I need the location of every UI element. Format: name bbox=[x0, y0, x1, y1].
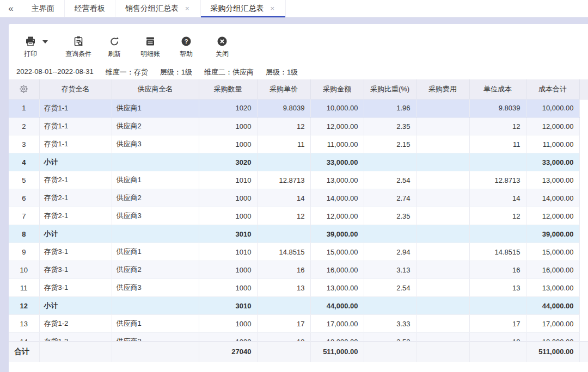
toolbar: 打印 查询条件 刷新 bbox=[9, 24, 588, 60]
subtotal-row[interactable]: 12小计301044,000.0044,000.00 bbox=[9, 297, 588, 315]
table-row[interactable]: 2存货1-1供应商210001212,000.002.351212,000.00 bbox=[9, 117, 588, 135]
cell: 14,000.00 bbox=[310, 189, 364, 207]
table-row[interactable]: 9存货3-1供应商1101014.851515,000.002.9414.851… bbox=[9, 243, 588, 261]
cell: 3010 bbox=[199, 297, 257, 315]
row-spacer bbox=[579, 225, 588, 243]
help-button[interactable]: ? 帮助 bbox=[172, 35, 200, 59]
row-spacer bbox=[579, 297, 588, 315]
tab-sales-group-summary[interactable]: 销售分组汇总表 × bbox=[115, 0, 201, 17]
cell: 供应商2 bbox=[112, 261, 199, 279]
cell: 14 bbox=[257, 189, 310, 207]
table-row[interactable]: 5存货2-1供应商1101012.871313,000.002.5412.871… bbox=[9, 171, 588, 189]
cell: 1000 bbox=[199, 189, 257, 207]
print-dropdown-caret-icon[interactable] bbox=[42, 40, 48, 44]
table-header-row: 存货全名 供应商全名 采购数量 采购单价 采购金额 采购比重(%) 采购费用 单… bbox=[9, 79, 588, 99]
row-number: 2 bbox=[9, 117, 39, 135]
cell bbox=[364, 297, 416, 315]
cell bbox=[416, 333, 469, 341]
cell: 2.15 bbox=[364, 135, 416, 153]
cell: 18,000.00 bbox=[526, 333, 579, 341]
cell: 16 bbox=[469, 261, 526, 279]
filter-summary: 2022-08-01--2022-08-31 维度一：存货 层级：1级 维度二：… bbox=[9, 60, 588, 78]
cell: 2.54 bbox=[364, 279, 416, 297]
col-header-purchase-price[interactable]: 采购单价 bbox=[257, 79, 310, 99]
dimension1: 维度一：存货 bbox=[106, 67, 148, 78]
cell: 供应商1 bbox=[112, 100, 199, 117]
tab-business-dashboard[interactable]: 经营看板 bbox=[65, 0, 115, 17]
col-header-inventory-name[interactable]: 存货全名 bbox=[39, 79, 112, 99]
cell: 3010 bbox=[199, 225, 257, 243]
level1: 层级：1级 bbox=[160, 67, 192, 78]
row-number: 4 bbox=[9, 153, 39, 171]
cell bbox=[112, 225, 199, 243]
cell: 12,000.00 bbox=[310, 117, 364, 135]
cell: 1000 bbox=[199, 315, 257, 333]
cell: 1000 bbox=[199, 279, 257, 297]
detail-ledger-button[interactable]: 明细账 bbox=[136, 35, 164, 59]
cell: 供应商1 bbox=[112, 171, 199, 189]
row-spacer bbox=[579, 261, 588, 279]
table-row[interactable]: 3存货1-1供应商310001111,000.002.151111,000.00 bbox=[9, 135, 588, 153]
cell: 3.33 bbox=[364, 315, 416, 333]
table-row[interactable]: 13存货1-2供应商110001717,000.003.331717,000.0… bbox=[9, 315, 588, 333]
row-spacer bbox=[579, 315, 588, 333]
table-row[interactable]: 6存货2-1供应商210001414,000.002.741414,000.00 bbox=[9, 189, 588, 207]
subtotal-row[interactable]: 4小计302033,000.0033,000.00 bbox=[9, 153, 588, 171]
cell: 供应商3 bbox=[112, 207, 199, 225]
cell: 存货2-1 bbox=[39, 207, 112, 225]
col-header-purchase-qty[interactable]: 采购数量 bbox=[199, 79, 257, 99]
cell: 12.8713 bbox=[257, 171, 310, 189]
cell: 供应商1 bbox=[112, 243, 199, 261]
cell: 1000 bbox=[199, 135, 257, 153]
row-number: 6 bbox=[9, 189, 39, 207]
cell: 3.52 bbox=[364, 333, 416, 341]
cell: 16 bbox=[257, 261, 310, 279]
cell bbox=[257, 153, 310, 171]
totals-row: 合计 27040 511,000.00 511,000.00 bbox=[9, 341, 588, 363]
query-conditions-button[interactable]: 查询条件 bbox=[64, 35, 93, 59]
col-header-purchase-amount[interactable]: 采购金额 bbox=[310, 79, 364, 99]
cell: 13,000.00 bbox=[526, 279, 579, 297]
cell: 小计 bbox=[39, 153, 112, 171]
table-row[interactable]: 11存货3-1供应商310001313,000.002.541313,000.0… bbox=[9, 279, 588, 297]
cell: 小计 bbox=[39, 297, 112, 315]
tab-main-screen[interactable]: 主界面 bbox=[22, 0, 65, 17]
col-header-cost-total[interactable]: 成本合计 bbox=[526, 79, 579, 99]
tab-purchase-group-summary[interactable]: 采购分组汇总表 × bbox=[201, 0, 286, 17]
table-body: 1存货1-1供应商110209.803910,000.001.969.80391… bbox=[9, 100, 588, 341]
cell bbox=[416, 315, 469, 333]
col-header-supplier-name[interactable]: 供应商全名 bbox=[112, 79, 199, 99]
col-header-unit-cost[interactable]: 单位成本 bbox=[469, 79, 526, 99]
close-report-button[interactable]: 关闭 bbox=[208, 35, 236, 59]
cell: 10,000.00 bbox=[310, 100, 364, 117]
cell: 33,000.00 bbox=[526, 153, 579, 171]
col-header-purchase-ratio[interactable]: 采购比重(%) bbox=[364, 79, 416, 99]
tab-bar: « 主界面 经营看板 销售分组汇总表 × 采购分组汇总表 × bbox=[0, 0, 588, 17]
table-row[interactable]: 14存货1-2供应商210001818,000.003.521818,000.0… bbox=[9, 333, 588, 341]
close-tab-icon[interactable]: × bbox=[270, 4, 276, 13]
cell bbox=[469, 297, 526, 315]
refresh-button[interactable]: 刷新 bbox=[100, 35, 128, 59]
cell: 供应商3 bbox=[112, 279, 199, 297]
report-panel: 打印 查询条件 刷新 bbox=[9, 24, 588, 372]
col-header-purchase-expense[interactable]: 采购费用 bbox=[416, 79, 469, 99]
subtotal-row[interactable]: 8小计301039,000.0039,000.00 bbox=[9, 225, 588, 243]
table-row[interactable]: 10存货3-1供应商210001616,000.003.131616,000.0… bbox=[9, 261, 588, 279]
row-spacer bbox=[579, 153, 588, 171]
table-row[interactable]: 1存货1-1供应商110209.803910,000.001.969.80391… bbox=[9, 100, 588, 117]
row-number: 8 bbox=[9, 225, 39, 243]
row-number: 3 bbox=[9, 135, 39, 153]
close-tab-icon[interactable]: × bbox=[184, 4, 191, 13]
collapse-tabs-icon[interactable]: « bbox=[0, 0, 22, 17]
cell bbox=[416, 189, 469, 207]
table-row[interactable]: 7存货2-1供应商310001212,000.002.351212,000.00 bbox=[9, 207, 588, 225]
print-button[interactable]: 打印 bbox=[16, 35, 45, 59]
header-spacer bbox=[579, 79, 588, 99]
cell bbox=[416, 135, 469, 153]
row-spacer bbox=[579, 279, 588, 297]
cell: 13 bbox=[257, 279, 310, 297]
column-settings-button[interactable] bbox=[9, 79, 39, 99]
cell bbox=[416, 297, 469, 315]
cell bbox=[469, 225, 526, 243]
date-range: 2022-08-01--2022-08-31 bbox=[16, 67, 94, 78]
